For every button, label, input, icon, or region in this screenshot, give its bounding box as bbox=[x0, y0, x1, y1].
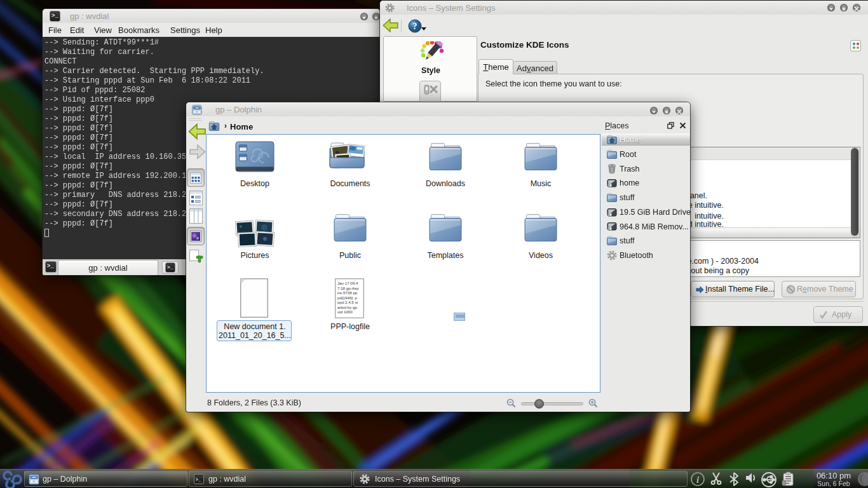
svg-text:?: ? bbox=[413, 22, 417, 31]
svg-text:7:18 gp-Asp: 7:18 gp-Asp bbox=[337, 286, 359, 290]
svg-text:ppd 2.4.5 st: ppd 2.4.5 st bbox=[337, 300, 358, 304]
svg-text:Jan 17 09:4: Jan 17 09:4 bbox=[337, 281, 358, 285]
svg-text:arted by gp: arted by gp bbox=[337, 305, 358, 309]
svg-text:pd[1946]: p: pd[1946]: p bbox=[337, 295, 358, 300]
svg-text:i: i bbox=[696, 475, 700, 485]
svg-text:uid 1000: uid 1000 bbox=[337, 309, 353, 314]
svg-text:ire-5738 pp: ire-5738 pp bbox=[337, 290, 358, 295]
